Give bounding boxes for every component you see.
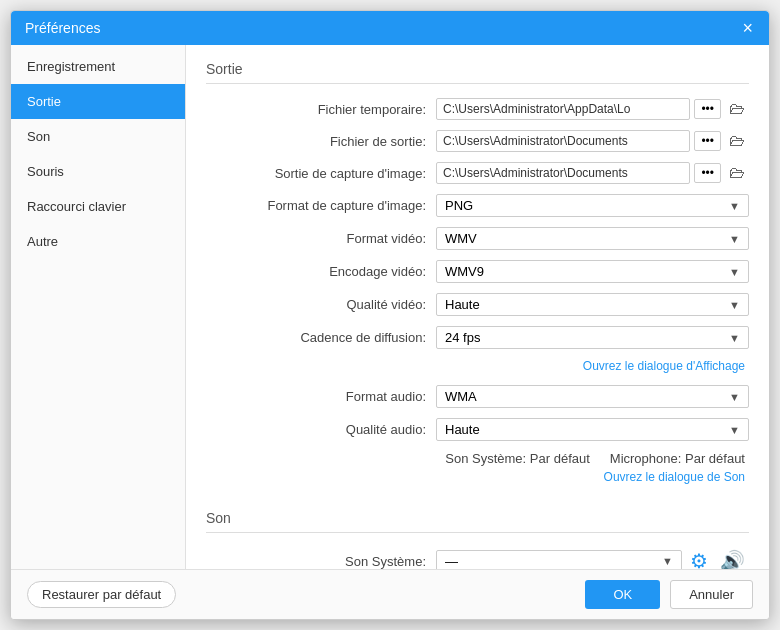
main-content: Sortie Fichier temporaire: C:\Users\Admi… [186, 45, 769, 569]
qualite-audio-row: Qualité audio: Haute ▼ [206, 418, 749, 441]
son-systeme2-label: Son Système: [206, 554, 426, 569]
sidebar: Enregistrement Sortie Son Souris Raccour… [11, 45, 186, 569]
son-systeme2-row: Son Système: — ▼ ⚙ 🔊 [206, 547, 749, 569]
chevron-down-icon: ▼ [729, 266, 740, 278]
format-audio-control: WMA ▼ [436, 385, 749, 408]
sortie-capture-input: C:\Users\Administrator\Documents [436, 162, 690, 184]
action-buttons: OK Annuler [585, 580, 753, 609]
sidebar-item-son[interactable]: Son [11, 119, 185, 154]
cadence-select[interactable]: 24 fps ▼ [436, 326, 749, 349]
chevron-down-icon: ▼ [662, 555, 673, 567]
fichier-sortie-folder-button[interactable]: 🗁 [725, 130, 749, 152]
fichier-temporaire-dots-button[interactable]: ••• [694, 99, 721, 119]
son-systeme2-select[interactable]: — ▼ [436, 550, 682, 570]
restore-button[interactable]: Restaurer par défaut [27, 581, 176, 608]
qualite-video-label: Qualité vidéo: [206, 297, 426, 312]
fichier-temporaire-label: Fichier temporaire: [206, 102, 426, 117]
sidebar-item-raccourci[interactable]: Raccourci clavier [11, 189, 185, 224]
qualite-video-row: Qualité vidéo: Haute ▼ [206, 293, 749, 316]
son-link-row: Ouvrez le dialogue de Son [206, 470, 749, 484]
fichier-sortie-input: C:\Users\Administrator\Documents [436, 130, 690, 152]
qualite-audio-label: Qualité audio: [206, 422, 426, 437]
chevron-down-icon: ▼ [729, 233, 740, 245]
display-link-row: Ouvrez le dialogue d'Affichage [206, 359, 749, 373]
format-video-row: Format vidéo: WMV ▼ [206, 227, 749, 250]
chevron-down-icon: ▼ [729, 332, 740, 344]
sidebar-item-autre[interactable]: Autre [11, 224, 185, 259]
bottom-bar: Restaurer par défaut OK Annuler [11, 569, 769, 619]
fichier-temporaire-control: C:\Users\Administrator\AppData\Lo ••• 🗁 [436, 98, 749, 120]
ok-button[interactable]: OK [585, 580, 660, 609]
son-systeme-label: Son Système: Par défaut [445, 451, 590, 466]
cadence-label: Cadence de diffusion: [206, 330, 426, 345]
encodage-video-label: Encodage vidéo: [206, 264, 426, 279]
format-capture-row: Format de capture d'image: PNG ▼ [206, 194, 749, 217]
fichier-temporaire-folder-button[interactable]: 🗁 [725, 98, 749, 120]
sidebar-item-enregistrement[interactable]: Enregistrement [11, 49, 185, 84]
settings-icon[interactable]: ⚙ [686, 547, 712, 569]
encodage-video-select[interactable]: WMV9 ▼ [436, 260, 749, 283]
format-video-control: WMV ▼ [436, 227, 749, 250]
sortie-capture-row: Sortie de capture d'image: C:\Users\Admi… [206, 162, 749, 184]
preferences-dialog: Préférences × Enregistrement Sortie Son … [10, 10, 770, 620]
encodage-video-control: WMV9 ▼ [436, 260, 749, 283]
format-audio-row: Format audio: WMA ▼ [206, 385, 749, 408]
son-systeme2-control: — ▼ ⚙ 🔊 [436, 547, 749, 569]
fichier-temporaire-row: Fichier temporaire: C:\Users\Administrat… [206, 98, 749, 120]
format-video-select[interactable]: WMV ▼ [436, 227, 749, 250]
chevron-down-icon: ▼ [729, 200, 740, 212]
display-dialog-link[interactable]: Ouvrez le dialogue d'Affichage [583, 359, 745, 373]
format-capture-label: Format de capture d'image: [206, 198, 426, 213]
cancel-button[interactable]: Annuler [670, 580, 753, 609]
son-dialog-link[interactable]: Ouvrez le dialogue de Son [604, 470, 745, 484]
format-audio-label: Format audio: [206, 389, 426, 404]
sortie-capture-folder-button[interactable]: 🗁 [725, 162, 749, 184]
qualite-audio-control: Haute ▼ [436, 418, 749, 441]
sortie-capture-dots-button[interactable]: ••• [694, 163, 721, 183]
qualite-audio-select[interactable]: Haute ▼ [436, 418, 749, 441]
sidebar-item-sortie[interactable]: Sortie [11, 84, 185, 119]
cadence-control: 24 fps ▼ [436, 326, 749, 349]
son-section: Son Son Système: — ▼ ⚙ 🔊 [186, 506, 769, 569]
microphone-label: Microphone: Par défaut [610, 451, 745, 466]
format-video-label: Format vidéo: [206, 231, 426, 246]
fichier-sortie-label: Fichier de sortie: [206, 134, 426, 149]
son-info-row: Son Système: Par défaut Microphone: Par … [206, 451, 749, 466]
sidebar-item-souris[interactable]: Souris [11, 154, 185, 189]
chevron-down-icon: ▼ [729, 299, 740, 311]
close-button[interactable]: × [740, 19, 755, 37]
qualite-video-select[interactable]: Haute ▼ [436, 293, 749, 316]
audio-icon[interactable]: 🔊 [716, 547, 749, 569]
encodage-video-row: Encodage vidéo: WMV9 ▼ [206, 260, 749, 283]
dialog-title: Préférences [25, 20, 100, 36]
fichier-sortie-row: Fichier de sortie: C:\Users\Administrato… [206, 130, 749, 152]
title-bar: Préférences × [11, 11, 769, 45]
format-capture-select[interactable]: PNG ▼ [436, 194, 749, 217]
format-audio-select[interactable]: WMA ▼ [436, 385, 749, 408]
chevron-down-icon: ▼ [729, 424, 740, 436]
cadence-row: Cadence de diffusion: 24 fps ▼ [206, 326, 749, 349]
fichier-temporaire-input: C:\Users\Administrator\AppData\Lo [436, 98, 690, 120]
son-section-title: Son [206, 510, 749, 533]
sortie-section: Sortie Fichier temporaire: C:\Users\Admi… [186, 45, 769, 506]
fichier-sortie-dots-button[interactable]: ••• [694, 131, 721, 151]
qualite-video-control: Haute ▼ [436, 293, 749, 316]
format-capture-control: PNG ▼ [436, 194, 749, 217]
sortie-capture-label: Sortie de capture d'image: [206, 166, 426, 181]
sortie-capture-control: C:\Users\Administrator\Documents ••• 🗁 [436, 162, 749, 184]
fichier-sortie-control: C:\Users\Administrator\Documents ••• 🗁 [436, 130, 749, 152]
chevron-down-icon: ▼ [729, 391, 740, 403]
dialog-body: Enregistrement Sortie Son Souris Raccour… [11, 45, 769, 569]
sortie-section-title: Sortie [206, 61, 749, 84]
